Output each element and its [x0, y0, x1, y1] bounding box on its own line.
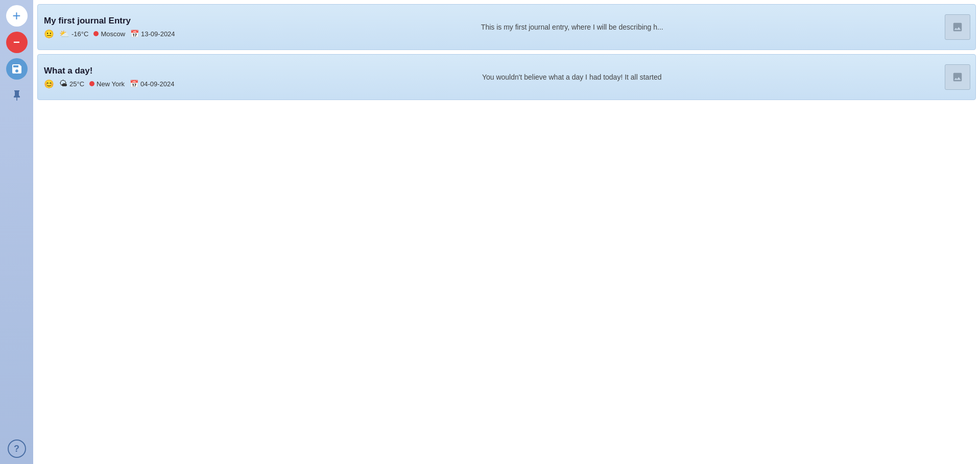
help-button[interactable]: ?: [8, 439, 26, 458]
temperature-2: 25°C: [69, 80, 84, 88]
location-text-2: New York: [97, 80, 125, 88]
mood-emoji-2: 😊: [44, 79, 54, 89]
location-text-1: Moscow: [101, 30, 125, 38]
journal-entry-1[interactable]: My first journal Entry 😐 ⛅ -16°C Moscow …: [37, 4, 976, 50]
card-left-2: What a day! 😊 🌤 25°C New York 📅 04-09-20…: [44, 66, 174, 89]
date-text-2: 04-09-2024: [140, 80, 175, 88]
image-icon-1: [952, 21, 963, 33]
entry-image-1: [945, 14, 970, 40]
card-preview-1: This is my first journal entry, where I …: [175, 23, 969, 31]
calendar-icon-2: 📅: [130, 80, 138, 88]
temperature-1: -16°C: [71, 30, 88, 38]
card-left-1: My first journal Entry 😐 ⛅ -16°C Moscow …: [44, 16, 175, 39]
entry-title-1: My first journal Entry: [44, 16, 175, 26]
image-icon-2: [952, 71, 963, 83]
pin-icon: [11, 89, 23, 102]
save-button[interactable]: [6, 58, 28, 80]
sidebar: + − ?: [0, 0, 33, 464]
mood-emoji-1: 😐: [44, 29, 54, 39]
location-2: New York: [89, 80, 125, 88]
date-1: 📅 13-09-2024: [130, 30, 175, 38]
location-dot-2: [89, 81, 94, 86]
entry-image-2: [945, 64, 970, 90]
save-icon: [11, 63, 23, 75]
entry-title-2: What a day!: [44, 66, 174, 76]
calendar-icon-1: 📅: [130, 30, 139, 38]
journal-entry-2[interactable]: What a day! 😊 🌤 25°C New York 📅 04-09-20…: [37, 54, 976, 100]
weather-2: 🌤 25°C: [59, 79, 84, 88]
weather-emoji-2: 🌤: [59, 79, 67, 88]
card-meta-1: 😐 ⛅ -16°C Moscow 📅 13-09-2024: [44, 29, 175, 39]
location-1: Moscow: [93, 30, 125, 38]
weather-emoji-1: ⛅: [59, 29, 69, 39]
add-entry-button[interactable]: +: [6, 5, 28, 27]
card-preview-2: You wouldn't believe what a day I had to…: [174, 73, 969, 81]
location-dot-1: [93, 31, 99, 36]
mood-2: 😊: [44, 79, 54, 89]
date-text-1: 13-09-2024: [141, 30, 175, 38]
pin-button[interactable]: [6, 85, 28, 106]
remove-entry-button[interactable]: −: [6, 32, 28, 53]
weather-1: ⛅ -16°C: [59, 29, 88, 39]
date-2: 📅 04-09-2024: [130, 80, 175, 88]
mood-1: 😐: [44, 29, 54, 39]
card-meta-2: 😊 🌤 25°C New York 📅 04-09-2024: [44, 79, 174, 89]
main-content: My first journal Entry 😐 ⛅ -16°C Moscow …: [33, 0, 980, 464]
